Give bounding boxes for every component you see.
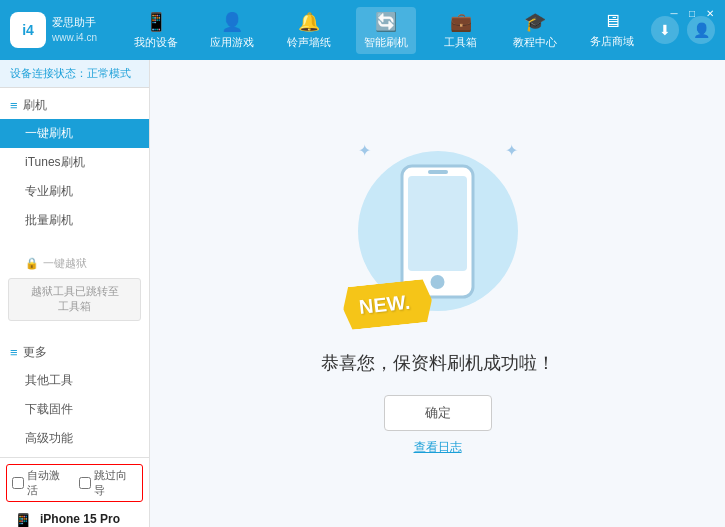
logo-icon: i4	[10, 12, 46, 48]
app-header: i4 爱思助手 www.i4.cn 📱 我的设备 👤 应用游戏 🔔 铃声墙纸 🔄	[0, 0, 725, 60]
sidebar-download-firmware[interactable]: 下载固件	[0, 395, 149, 424]
more-group-icon: ≡	[10, 345, 18, 360]
flash-group-header[interactable]: ≡ 刷机	[0, 92, 149, 119]
phone-container: ✦ ✦ NEW.	[348, 131, 528, 331]
more-section: ≡ 更多 其他工具 下载固件 高级功能	[0, 335, 149, 457]
more-group-header[interactable]: ≡ 更多	[0, 339, 149, 366]
device-phone-icon: 📱	[12, 512, 34, 527]
svg-point-2	[431, 275, 445, 289]
profile-button[interactable]: 👤	[687, 16, 715, 44]
toolbox-icon: 💼	[450, 11, 472, 33]
auto-activate-input[interactable]	[12, 477, 24, 489]
tutorial-icon: 🎓	[524, 11, 546, 33]
svg-rect-1	[408, 176, 467, 271]
log-button[interactable]: 查看日志	[414, 439, 462, 456]
new-badge: NEW.	[343, 283, 432, 326]
jailbreak-disabled-msg: 越狱工具已跳转至工具箱	[8, 278, 141, 321]
phone-svg	[400, 164, 475, 299]
checkbox-row: 自动激活 跳过向导	[6, 464, 143, 502]
sparkle-right: ✦	[505, 141, 518, 160]
jailbreak-section: 🔒 一键越狱 越狱工具已跳转至工具箱	[0, 247, 149, 327]
device-info: 📱 iPhone 15 Pro Max 512GB iPhone	[6, 502, 143, 527]
app-body: 设备连接状态：正常模式 ≡ 刷机 一键刷机 iTunes刷机 专业刷机 批量刷机…	[0, 60, 725, 527]
success-illustration: ✦ ✦ NEW.	[348, 131, 528, 331]
auto-activate-checkbox[interactable]: 自动激活	[12, 468, 71, 498]
connection-status: 设备连接状态：正常模式	[0, 60, 149, 88]
nav-tutorial[interactable]: 🎓 教程中心	[505, 7, 565, 54]
confirm-button[interactable]: 确定	[384, 395, 492, 431]
main-content: ✦ ✦ NEW.	[150, 60, 725, 527]
success-message: 恭喜您，保资料刷机成功啦！	[321, 351, 555, 375]
sidebar-one-click-flash[interactable]: 一键刷机	[0, 119, 149, 148]
nav-toolbox[interactable]: 💼 工具箱	[433, 7, 488, 54]
ringtone-icon: 🔔	[298, 11, 320, 33]
close-button[interactable]: ✕	[703, 6, 717, 20]
nav-apps-games[interactable]: 👤 应用游戏	[202, 7, 262, 54]
nav-ringtone[interactable]: 🔔 铃声墙纸	[279, 7, 339, 54]
sidebar-itunes-flash[interactable]: iTunes刷机	[0, 148, 149, 177]
sidebar-batch-flash[interactable]: 批量刷机	[0, 206, 149, 235]
maximize-button[interactable]: □	[685, 6, 699, 20]
header-right: ⬇ 👤	[651, 16, 715, 44]
flash-group-icon: ≡	[10, 98, 18, 113]
minimize-button[interactable]: ─	[667, 6, 681, 20]
nav-my-device[interactable]: 📱 我的设备	[126, 7, 186, 54]
nav-smart-flash[interactable]: 🔄 智能刷机	[356, 7, 416, 54]
sidebar-other-tools[interactable]: 其他工具	[0, 366, 149, 395]
app-logo: i4 爱思助手 www.i4.cn	[10, 12, 97, 48]
logo-text: 爱思助手 www.i4.cn	[52, 15, 97, 44]
my-device-icon: 📱	[145, 11, 167, 33]
sync-import-checkbox[interactable]: 跳过向导	[79, 468, 138, 498]
service-icon: 🖥	[603, 11, 621, 32]
sidebar-bottom: 自动激活 跳过向导 📱 iPhone 15 Pro Max 512GB iPho…	[0, 457, 149, 527]
svg-rect-3	[428, 170, 448, 174]
apps-games-icon: 👤	[221, 11, 243, 33]
sidebar: 设备连接状态：正常模式 ≡ 刷机 一键刷机 iTunes刷机 专业刷机 批量刷机…	[0, 60, 150, 527]
device-name: iPhone 15 Pro Max	[40, 510, 137, 527]
main-nav: 📱 我的设备 👤 应用游戏 🔔 铃声墙纸 🔄 智能刷机 💼 工具箱 🎓	[117, 7, 651, 54]
lock-icon: 🔒	[25, 257, 39, 270]
device-details: iPhone 15 Pro Max 512GB iPhone	[40, 510, 137, 527]
sparkle-left: ✦	[358, 141, 371, 160]
sidebar-pro-flash[interactable]: 专业刷机	[0, 177, 149, 206]
nav-service[interactable]: 🖥 务店商域	[582, 7, 642, 54]
smart-flash-icon: 🔄	[375, 11, 397, 33]
sidebar-advanced[interactable]: 高级功能	[0, 424, 149, 453]
sync-import-input[interactable]	[79, 477, 91, 489]
flash-section: ≡ 刷机 一键刷机 iTunes刷机 专业刷机 批量刷机	[0, 88, 149, 239]
jailbreak-group-header: 🔒 一键越狱	[0, 251, 149, 276]
download-button[interactable]: ⬇	[651, 16, 679, 44]
